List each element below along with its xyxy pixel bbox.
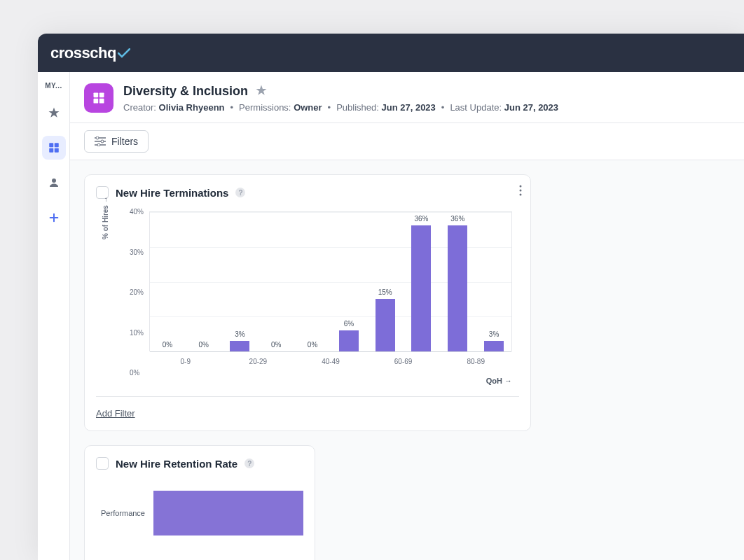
svg-point-13	[520, 190, 522, 192]
bar	[376, 299, 395, 351]
bar-value-label: 6%	[344, 320, 354, 328]
hbar-label: Performance	[96, 509, 153, 517]
bar	[411, 225, 431, 351]
x-tick-label: 20-29	[222, 358, 295, 365]
x-tick-label: 60-69	[367, 358, 440, 365]
help-icon[interactable]: ?	[235, 188, 245, 197]
brand-text: crosschq	[50, 44, 116, 62]
svg-rect-3	[54, 148, 58, 153]
svg-point-11	[97, 144, 100, 146]
card-retention: New Hire Retention Rate ? Performance Re…	[84, 445, 315, 560]
y-axis-label: % of Hires →	[102, 196, 109, 239]
bar-column: 0%	[149, 341, 186, 351]
card-terminations: New Hire Terminations ? % of Hires →	[84, 174, 531, 431]
bar	[484, 341, 504, 351]
sidebar-section-label: MY...	[45, 82, 62, 90]
svg-rect-7	[94, 99, 99, 104]
bar	[230, 341, 249, 351]
card-checkbox[interactable]	[96, 457, 109, 470]
bar-value-label: 0%	[163, 341, 172, 349]
bar-column: 0%	[258, 341, 294, 351]
sidebar-item-favorites[interactable]	[42, 101, 66, 125]
page-meta: Creator: Olivia Rhyeenn • Permissions: O…	[123, 102, 730, 113]
bar-column: 36%	[404, 215, 440, 351]
x-tick-label: 0-9	[149, 358, 222, 365]
bar-value-label: 0%	[271, 341, 281, 349]
topbar: crosschq	[38, 34, 744, 72]
svg-rect-5	[94, 93, 99, 98]
star-icon	[255, 84, 268, 97]
bar-column: 15%	[367, 288, 404, 351]
grid-icon	[92, 91, 106, 105]
dots-vertical-icon	[519, 185, 522, 196]
bar-column: 3%	[476, 330, 512, 351]
bar	[339, 330, 359, 351]
bar-column: 36%	[439, 215, 476, 351]
svg-rect-0	[49, 143, 53, 147]
add-filter-link[interactable]: Add Filter	[96, 408, 135, 419]
svg-point-12	[520, 186, 522, 188]
bar-value-label: 36%	[414, 215, 428, 223]
sidebar-item-people[interactable]	[42, 171, 66, 195]
bar-column: 0%	[294, 341, 331, 351]
sidebar-item-add[interactable]	[42, 206, 66, 230]
svg-point-14	[520, 194, 522, 196]
svg-point-10	[101, 140, 104, 143]
card-menu-button[interactable]	[519, 185, 522, 199]
svg-point-4	[52, 178, 56, 183]
x-tick-label: 40-49	[294, 358, 367, 365]
filters-bar: Filters	[70, 123, 744, 160]
hbar-chart: Performance Retention	[96, 491, 303, 560]
favorite-toggle[interactable]	[255, 84, 268, 99]
person-icon	[48, 176, 60, 189]
svg-point-9	[96, 136, 99, 139]
star-icon	[48, 106, 60, 119]
bar-column: 3%	[222, 330, 259, 351]
bar-chart: % of Hires → 40% 30% 20% 10%	[134, 211, 512, 372]
svg-rect-1	[54, 143, 58, 147]
sidebar-item-dashboards[interactable]	[42, 136, 66, 160]
check-icon	[118, 48, 130, 58]
bar-value-label: 0%	[198, 341, 208, 349]
plus-icon	[48, 212, 60, 223]
sidebar: MY...	[38, 72, 70, 560]
hbar	[153, 491, 303, 536]
card-title: New Hire Retention Rate	[116, 458, 237, 470]
x-axis-label: QoH →	[96, 377, 512, 385]
brand-logo: crosschq	[50, 44, 130, 62]
bar-value-label: 15%	[378, 288, 392, 296]
filters-label: Filters	[111, 136, 138, 147]
bar-column: 6%	[331, 320, 367, 351]
sliders-icon	[95, 136, 106, 146]
bar-value-label: 3%	[235, 330, 244, 338]
bar-value-label: 0%	[308, 341, 317, 349]
svg-rect-2	[49, 148, 53, 153]
bar-value-label: 3%	[489, 330, 499, 338]
page-header: Diversity & Inclusion Creator: Olivia Rh…	[70, 72, 744, 123]
grid-icon	[48, 141, 60, 154]
x-tick-label: 80-89	[439, 358, 512, 365]
svg-rect-8	[99, 99, 104, 104]
dashboard-icon-badge	[84, 83, 113, 113]
bar-column: 0%	[186, 341, 222, 351]
svg-rect-6	[99, 93, 104, 98]
help-icon[interactable]: ?	[244, 458, 254, 468]
page-title: Diversity & Inclusion	[123, 84, 248, 99]
filters-button[interactable]: Filters	[84, 130, 149, 153]
card-title: New Hire Terminations	[116, 187, 228, 199]
bar-value-label: 36%	[450, 215, 464, 223]
bar	[448, 225, 467, 351]
